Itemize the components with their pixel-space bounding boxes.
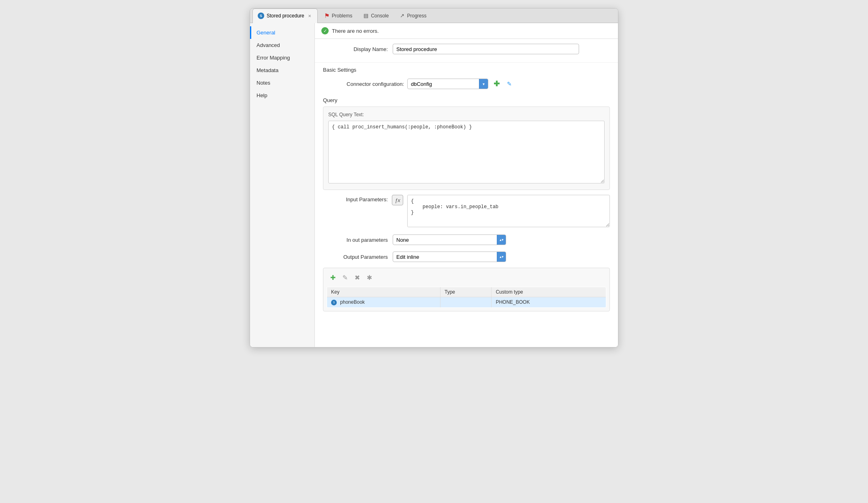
sidebar-item-help[interactable]: Help (250, 89, 314, 102)
display-name-section: Display Name: (315, 39, 618, 63)
stored-procedure-icon: S (258, 13, 264, 19)
col-custom-type: Custom type (492, 287, 606, 297)
in-out-params-dropdown-btn[interactable]: ▴ ▾ (497, 234, 506, 245)
input-params-label: Input Parameters: (323, 195, 388, 202)
sidebar-item-advanced[interactable]: Advanced (250, 39, 314, 51)
table-cell-type (440, 297, 491, 308)
connector-config-label: Connector configuration: (331, 81, 404, 87)
basic-settings-heading: Basic Settings (315, 63, 618, 75)
tab-stored-procedure-label: Stored procedure (267, 13, 304, 19)
in-out-params-label: In out parameters (323, 237, 388, 243)
table-delete-button[interactable]: ✖ (353, 273, 361, 282)
edit-icon: ✎ (507, 81, 512, 87)
in-out-chevron-down-icon: ▾ (502, 238, 504, 242)
table-cell-custom-type: PHONE_BOOK (492, 297, 606, 308)
input-params-textarea[interactable]: { people: vars.in_people_tab } (407, 195, 610, 227)
sidebar-notes-label: Notes (257, 80, 270, 86)
sidebar-item-general[interactable]: General (250, 26, 314, 39)
tab-progress-label: Progress (407, 13, 426, 19)
tab-close-button[interactable]: ✕ (307, 13, 312, 19)
tab-problems-label: Problems (332, 13, 353, 19)
output-params-table: Key Type Custom type S phoneBook (327, 287, 606, 308)
sql-query-text-label: SQL Query Text: (328, 112, 605, 117)
display-name-row: Display Name: (323, 44, 610, 54)
edit-connector-button[interactable]: ✎ (505, 79, 514, 89)
row-type-icon: S (331, 300, 337, 305)
query-heading-area: Query SQL Query Text: { call proc_insert… (315, 94, 618, 190)
sidebar-help-label: Help (257, 92, 267, 98)
sidebar-metadata-label: Metadata (257, 67, 278, 73)
sidebar-item-notes[interactable]: Notes (250, 77, 314, 89)
col-key: Key (327, 287, 440, 297)
output-params-dropdown-btn[interactable]: ▴ ▾ (497, 252, 506, 262)
sidebar-advanced-label: Advanced (257, 42, 280, 48)
connector-config-row: Connector configuration: dbConfig ▾ ✚ ✎ (315, 75, 618, 94)
table-cell-key: S phoneBook (327, 297, 440, 308)
display-name-input[interactable] (393, 44, 579, 54)
in-out-params-select[interactable]: None ▴ ▾ (393, 234, 506, 245)
output-params-select[interactable]: Edit inline ▴ ▾ (393, 252, 506, 262)
connector-config-value: dbConfig (408, 81, 479, 87)
tab-console-label: Console (371, 13, 389, 19)
table-add-button[interactable]: ✚ (328, 273, 337, 282)
content-area: ✓ There are no errors. Display Name: Bas… (315, 23, 618, 347)
output-params-value: Edit inline (393, 254, 497, 260)
sidebar: General Advanced Error Mapping Metadata … (250, 23, 315, 347)
sidebar-general-label: General (257, 30, 275, 36)
query-heading: Query (323, 97, 610, 103)
output-chevron-down-icon: ▾ (502, 255, 504, 259)
status-bar: ✓ There are no errors. (315, 23, 618, 39)
sidebar-error-mapping-label: Error Mapping (257, 55, 290, 61)
status-ok-icon: ✓ (321, 27, 329, 34)
table-header-row: Key Type Custom type (327, 287, 606, 297)
connector-config-dropdown-btn[interactable]: ▾ (479, 79, 488, 89)
problems-icon: ⚑ (324, 12, 329, 19)
sql-query-textarea[interactable]: { call proc_insert_humans(:people, :phon… (328, 121, 605, 183)
tab-problems[interactable]: ⚑ Problems (319, 9, 358, 22)
table-tools-button[interactable]: ✱ (365, 273, 374, 282)
sql-query-subsection: SQL Query Text: { call proc_insert_human… (323, 107, 610, 190)
output-table-area: ✚ ✎ ✖ ✱ Key Type Custom type (323, 268, 610, 311)
display-name-label: Display Name: (323, 46, 388, 52)
progress-icon: ↗ (400, 13, 404, 19)
input-params-row: Input Parameters: ƒx { people: vars.in_p… (315, 195, 618, 227)
tab-bar: S Stored procedure ✕ ⚑ Problems ▤ Consol… (250, 9, 618, 23)
table-row[interactable]: S phoneBook PHONE_BOOK (327, 297, 606, 308)
sidebar-item-error-mapping[interactable]: Error Mapping (250, 51, 314, 64)
fx-icon: ƒx (395, 197, 400, 203)
add-connector-button[interactable]: ✚ (492, 79, 501, 89)
output-params-label: Output Parameters (323, 254, 388, 260)
in-out-params-row: In out parameters None ▴ ▾ (315, 232, 618, 247)
col-type: Type (440, 287, 491, 297)
sidebar-item-metadata[interactable]: Metadata (250, 64, 314, 77)
tab-progress[interactable]: ↗ Progress (394, 9, 432, 22)
main-window: S Stored procedure ✕ ⚑ Problems ▤ Consol… (250, 8, 618, 347)
row-key-value: phoneBook (340, 299, 365, 305)
add-icon: ✚ (494, 80, 500, 87)
table-edit-button[interactable]: ✎ (340, 273, 349, 282)
tab-console[interactable]: ▤ Console (358, 9, 394, 22)
output-params-row: Output Parameters Edit inline ▴ ▾ (315, 249, 618, 264)
in-out-params-value: None (393, 237, 497, 243)
status-message: There are no errors. (332, 28, 379, 34)
tab-stored-procedure[interactable]: S Stored procedure ✕ (252, 9, 318, 23)
connector-config-select[interactable]: dbConfig ▾ (407, 79, 488, 89)
table-toolbar: ✚ ✎ ✖ ✱ (327, 271, 606, 283)
main-layout: General Advanced Error Mapping Metadata … (250, 23, 618, 347)
console-icon: ▤ (363, 13, 368, 19)
fx-button[interactable]: ƒx (392, 195, 403, 205)
